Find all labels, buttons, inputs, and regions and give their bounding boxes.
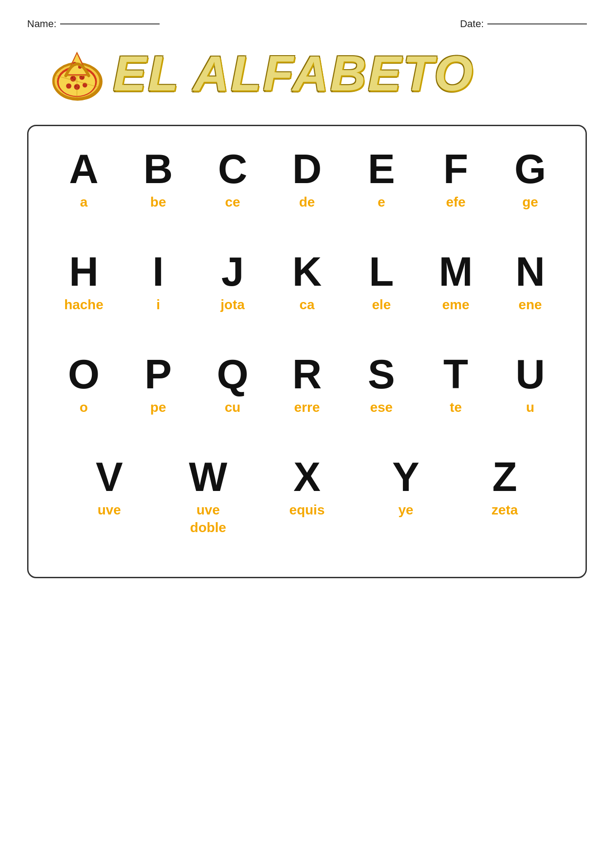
letter-cell-d: D de xyxy=(278,149,336,211)
letter-cell-l: L ele xyxy=(352,251,411,313)
letter-N: N xyxy=(515,251,545,292)
letter-E: E xyxy=(368,149,395,189)
letter-W: W xyxy=(189,457,227,497)
alphabet-row-1: A a B be C ce D de E e F efe G ge xyxy=(47,140,567,220)
letter-O: O xyxy=(68,354,99,395)
letter-cell-j: J jota xyxy=(203,251,262,313)
letter-cell-n: N ene xyxy=(501,251,560,313)
letter-name-q: cu xyxy=(225,398,241,416)
letter-R: R xyxy=(292,354,321,395)
name-field: Name: xyxy=(27,18,160,30)
letter-name-p: pe xyxy=(150,398,166,416)
svg-point-9 xyxy=(72,77,73,79)
date-field: Date: xyxy=(460,18,587,30)
letter-name-j: jota xyxy=(221,296,245,313)
letter-cell-e: E e xyxy=(352,149,411,211)
letter-name-d: de xyxy=(299,193,315,211)
letter-cell-z: Z zeta xyxy=(468,457,541,519)
letter-name-s: ese xyxy=(370,398,393,416)
alphabet-row-4: V uve W uvedoble X equis Y ye Z zeta xyxy=(47,448,567,545)
letter-cell-u: U u xyxy=(501,354,560,416)
letter-cell-b: B be xyxy=(129,149,188,211)
letter-name-o: o xyxy=(80,398,88,416)
name-label: Name: xyxy=(27,18,57,30)
letter-cell-c: C ce xyxy=(203,149,262,211)
pizza-icon xyxy=(45,43,104,102)
letter-cell-o: O o xyxy=(54,354,113,416)
letter-U: U xyxy=(515,354,545,395)
letter-name-u: u xyxy=(526,398,534,416)
svg-point-12 xyxy=(82,78,83,79)
letter-cell-i: I i xyxy=(129,251,188,313)
letter-name-b: be xyxy=(150,193,166,211)
letter-C: C xyxy=(218,149,247,189)
letter-cell-x: X equis xyxy=(271,457,343,519)
name-line xyxy=(60,24,160,24)
svg-point-14 xyxy=(78,87,79,88)
letter-I: I xyxy=(152,251,164,292)
page-header: EL ALFABETO xyxy=(27,43,587,102)
letter-cell-m: M eme xyxy=(426,251,485,313)
letter-Y: Y xyxy=(392,457,420,497)
letter-cell-g: G ge xyxy=(501,149,560,211)
letter-cell-a: A a xyxy=(54,149,113,211)
letter-name-x: equis xyxy=(289,501,325,519)
letter-cell-f: F efe xyxy=(426,149,485,211)
letter-name-g: ge xyxy=(522,193,538,211)
letter-name-w: uvedoble xyxy=(190,501,226,536)
letter-cell-r: R erre xyxy=(278,354,336,416)
letter-name-a: a xyxy=(80,193,88,211)
letter-V: V xyxy=(96,457,123,497)
letter-Z: Z xyxy=(492,457,517,497)
letter-cell-t: T te xyxy=(426,354,485,416)
letter-name-n: ene xyxy=(519,296,542,313)
letter-name-k: ca xyxy=(299,296,314,313)
alphabet-box: A a B be C ce D de E e F efe G ge xyxy=(27,125,587,578)
letter-cell-p: P pe xyxy=(129,354,188,416)
letter-name-y: ye xyxy=(398,501,413,519)
letter-X: X xyxy=(293,457,321,497)
letter-B: B xyxy=(143,149,173,189)
svg-point-13 xyxy=(76,85,77,87)
letter-H: H xyxy=(69,251,99,292)
letter-D: D xyxy=(292,149,321,189)
letter-S: S xyxy=(368,354,395,395)
letter-J: J xyxy=(221,251,244,292)
letter-cell-y: Y ye xyxy=(370,457,442,519)
letter-A: A xyxy=(69,149,99,189)
form-row: Name: Date: xyxy=(27,18,587,30)
letter-name-e: e xyxy=(378,193,385,211)
letter-cell-w: W uvedoble xyxy=(172,457,244,536)
letter-cell-h: H hache xyxy=(54,251,113,313)
letter-G: G xyxy=(515,149,546,189)
letter-name-h: hache xyxy=(64,296,104,313)
letter-name-z: zeta xyxy=(491,501,518,519)
page-title: EL ALFABETO xyxy=(113,44,475,102)
letter-cell-q: Q cu xyxy=(203,354,262,416)
letter-K: K xyxy=(292,251,321,292)
date-line xyxy=(487,24,587,24)
letter-name-l: ele xyxy=(372,296,391,313)
letter-cell-s: S ese xyxy=(352,354,411,416)
alphabet-row-2: H hache I i J jota K ca L ele M eme N en… xyxy=(47,242,567,322)
date-label: Date: xyxy=(460,18,484,30)
letter-name-v: uve xyxy=(98,501,121,519)
letter-name-i: i xyxy=(156,296,160,313)
letter-Q: Q xyxy=(217,354,248,395)
svg-point-7 xyxy=(66,83,71,89)
letter-cell-k: K ca xyxy=(278,251,336,313)
letter-name-f: efe xyxy=(446,193,465,211)
svg-point-10 xyxy=(74,79,75,80)
letter-cell-v: V uve xyxy=(73,457,146,519)
letter-T: T xyxy=(444,354,468,395)
letter-name-c: ce xyxy=(225,193,240,211)
letter-L: L xyxy=(369,251,394,292)
letter-F: F xyxy=(444,149,468,189)
letter-name-r: erre xyxy=(294,398,320,416)
letter-name-m: eme xyxy=(442,296,469,313)
alphabet-row-3: O o P pe Q cu R erre S ese T te U u xyxy=(47,345,567,425)
letter-M: M xyxy=(439,251,473,292)
letter-P: P xyxy=(145,354,172,395)
letter-name-t: te xyxy=(450,398,462,416)
